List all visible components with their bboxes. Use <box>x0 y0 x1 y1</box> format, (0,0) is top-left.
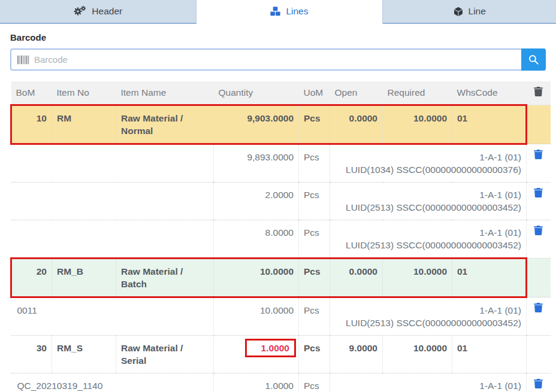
header-trash-icon[interactable] <box>534 86 543 96</box>
tab-header-label: Header <box>92 6 122 17</box>
batch-label-cell <box>11 144 214 183</box>
bin-location: 1-A-1 (01) <box>335 379 521 392</box>
lines-table-body: 10RMRaw Material / Normal9,903.0000Pcs0.… <box>11 105 551 392</box>
delete-line-button[interactable] <box>534 378 543 390</box>
item-name-cell: Raw Material / Batch <box>116 259 214 297</box>
batch-detail-row: 2.0000Pcs1-A-1 (01)LUID(2513) SSCC(00000… <box>11 183 551 220</box>
batch-label-cell <box>11 220 214 259</box>
item-name-cell: Raw Material / Normal <box>116 105 214 144</box>
col-header-quantity: Quantity <box>214 81 299 105</box>
whscode-cell: 01 <box>452 105 527 144</box>
quantity-cell: 10.0000 <box>214 259 299 297</box>
quantity-alert-box: 1.0000 <box>245 339 296 357</box>
item-row: 20RM_BRaw Material / Batch10.0000Pcs0.00… <box>11 259 551 297</box>
delete-line-button[interactable] <box>534 149 543 161</box>
item-no-cell: RM <box>52 105 116 144</box>
open-cell: 9.0000 <box>330 336 383 373</box>
quantity-cell: 9,903.0000 <box>214 105 299 144</box>
quantity-cell: 2.0000 <box>214 183 299 220</box>
required-cell: 10.0000 <box>383 259 452 297</box>
uom-cell: Pcs <box>299 336 330 373</box>
col-header-open: Open <box>330 81 383 105</box>
lines-screen: Header Lines Line Barcode <box>0 0 556 392</box>
batch-label-cell <box>11 183 214 220</box>
bin-allocation-cell: 1-A-1 (01)LUID(1034) SSCC(00000000000000… <box>330 144 527 183</box>
tab-bar: Header Lines Line <box>0 0 556 24</box>
batch-detail-row: 001110.0000Pcs1-A-1 (01)LUID(2513) SSCC(… <box>11 297 551 336</box>
col-header-item-name: Item Name <box>116 81 214 105</box>
barcode-search-button[interactable] <box>521 48 546 71</box>
item-row: 10RMRaw Material / Normal9,903.0000Pcs0.… <box>11 105 551 144</box>
bom-cell: 30 <box>11 336 52 373</box>
delete-line-button[interactable] <box>534 187 543 199</box>
lines-table: BoM Item No Item Name Quantity UoM Open … <box>10 81 551 392</box>
bin-location: 1-A-1 (01) <box>335 226 521 239</box>
uom-cell: Pcs <box>299 220 330 259</box>
batch-detail-row: 8.0000Pcs1-A-1 (01)LUID(2513) SSCC(00000… <box>11 220 551 259</box>
batch-label-cell: 0011 <box>11 297 214 336</box>
luid-sscc: LUID(1034) SSCC(000000000000000376) <box>335 163 521 176</box>
quantity-cell: 8.0000 <box>214 220 299 259</box>
quantity-cell: 1.0000 <box>214 336 299 373</box>
col-header-bom: BoM <box>11 81 52 105</box>
bin-location: 1-A-1 (01) <box>335 189 521 201</box>
bom-cell: 10 <box>11 105 52 144</box>
barcode-label: Barcode <box>10 32 546 42</box>
barcode-input-group <box>10 48 546 71</box>
trash-icon <box>534 381 543 390</box>
search-icon <box>528 54 539 65</box>
luid-sscc: LUID(2513) SSCC(000000000000003452) <box>335 317 521 329</box>
barcode-input[interactable] <box>11 50 545 69</box>
gears-icon <box>73 7 86 16</box>
cubes-icon <box>270 7 280 16</box>
item-name-cell: Raw Material / Serial <box>116 336 214 373</box>
quantity-cell: 1.0000 <box>214 373 299 392</box>
trash-icon <box>534 190 543 199</box>
delete-cell <box>527 144 551 183</box>
col-header-whscode: WhsCode <box>452 81 527 105</box>
table-header-row: BoM Item No Item Name Quantity UoM Open … <box>11 81 551 105</box>
uom-cell: Pcs <box>299 183 330 220</box>
uom-cell: Pcs <box>299 297 330 336</box>
tab-lines-label: Lines <box>286 6 308 17</box>
trash-icon <box>534 305 543 314</box>
delete-cell <box>527 336 551 373</box>
tab-line[interactable]: Line <box>383 0 556 24</box>
required-cell: 10.0000 <box>383 336 452 373</box>
col-header-uom: UoM <box>299 81 330 105</box>
col-header-required: Required <box>383 81 452 105</box>
uom-cell: Pcs <box>299 105 330 144</box>
quantity-cell: 10.0000 <box>214 297 299 336</box>
uom-cell: Pcs <box>299 259 330 297</box>
cube-icon <box>454 7 463 17</box>
uom-cell: Pcs <box>299 373 330 392</box>
bom-cell: 20 <box>11 259 52 297</box>
trash-icon <box>534 152 543 161</box>
delete-cell <box>527 373 551 392</box>
luid-sscc: LUID(2513) SSCC(000000000000003452) <box>335 201 521 214</box>
delete-cell <box>527 297 551 336</box>
col-header-item-no: Item No <box>52 81 116 105</box>
delete-line-button[interactable] <box>534 302 543 314</box>
bin-location: 1-A-1 (01) <box>335 151 521 163</box>
delete-cell <box>527 220 551 259</box>
barcode-icon <box>17 55 29 64</box>
open-cell: 0.0000 <box>330 105 383 144</box>
bin-allocation-cell: 1-A-1 (01)LUID(2513) SSCC(00000000000000… <box>330 297 527 336</box>
delete-cell <box>527 183 551 220</box>
batch-label-cell: QC_20210319_1140 <box>11 373 214 392</box>
whscode-cell: 01 <box>452 259 527 297</box>
bin-allocation-cell: 1-A-1 (01)LUID(2156) SSCC(00000000000000… <box>330 373 527 392</box>
delete-line-button[interactable] <box>534 225 543 237</box>
batch-detail-row: QC_20210319_11401.0000Pcs1-A-1 (01)LUID(… <box>11 373 551 392</box>
tab-lines[interactable]: Lines <box>197 0 383 24</box>
item-no-cell: RM_S <box>52 336 116 373</box>
delete-cell <box>527 259 551 297</box>
luid-sscc: LUID(2513) SSCC(000000000000003452) <box>335 239 521 251</box>
bin-allocation-cell: 1-A-1 (01)LUID(2513) SSCC(00000000000000… <box>330 220 527 259</box>
uom-cell: Pcs <box>299 144 330 183</box>
whscode-cell: 01 <box>452 336 527 373</box>
tab-line-label: Line <box>469 6 486 17</box>
tab-header[interactable]: Header <box>0 0 197 24</box>
delete-cell <box>527 105 551 144</box>
